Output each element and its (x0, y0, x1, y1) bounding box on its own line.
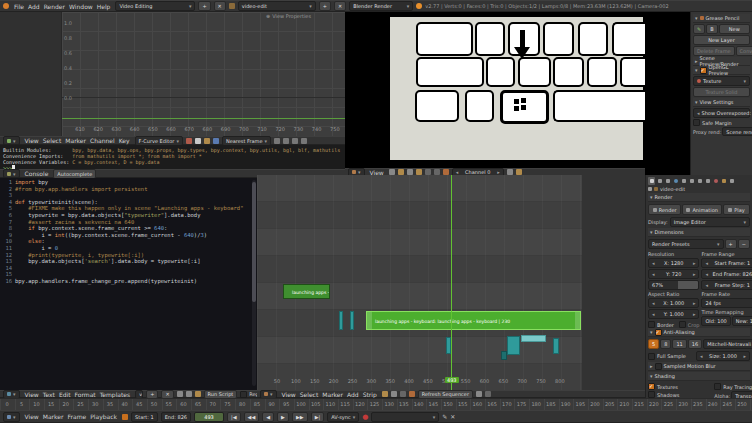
aspect-x-field[interactable]: ◂X: 1.000▸ (648, 298, 699, 308)
av-sync-dropdown[interactable]: AV-sync▾ (327, 412, 359, 422)
tab-constraints-icon[interactable] (688, 177, 695, 185)
resolution-x-field[interactable]: ◂X: 1280▸ (648, 258, 699, 268)
autocomplete-button[interactable]: Autocomplete (53, 169, 96, 179)
view-type-both-icon[interactable] (400, 391, 406, 397)
word-wrap-toggle-icon[interactable] (186, 391, 192, 397)
menu-frame[interactable]: Frame (66, 413, 89, 420)
vse-timeline[interactable]: launching apps - mouse: launching apps -… (257, 175, 645, 390)
vse-playhead[interactable] (451, 175, 452, 390)
code-line[interactable]: 9 i = int((bpy.context.scene.frame_curre… (0, 232, 257, 239)
menu-view[interactable]: View (23, 413, 41, 420)
tab-object-icon[interactable] (680, 177, 687, 185)
code-line[interactable]: 7 #assert zacina s sekvenci na 640 (0, 219, 257, 226)
sampled-motion-blur-panel-header[interactable]: ▸Sampled Motion Blur (648, 362, 750, 371)
menu-marker[interactable]: Marker (63, 137, 88, 144)
code-line[interactable]: 1import bpy (0, 179, 257, 186)
menu-select[interactable]: Select (41, 137, 64, 144)
ray-tracing-checkbox[interactable]: Ray Tracing (714, 383, 752, 390)
opengl-preview-checkbox[interactable] (700, 67, 707, 74)
aa-samples-11-button[interactable]: 11 (672, 339, 686, 349)
menu-view[interactable]: View (280, 391, 298, 398)
menu-help[interactable]: Help (95, 3, 113, 10)
menu-channel[interactable]: Channel (88, 137, 117, 144)
fps-dropdown[interactable]: 24 fps▾ (701, 298, 752, 308)
remap-old-field[interactable]: Old: 100 (701, 316, 730, 326)
paste-icon[interactable] (301, 138, 307, 144)
view-settings-panel-header[interactable]: ▾View Settings (693, 98, 750, 107)
keying-set-dropdown[interactable]: ▾ (371, 412, 439, 422)
editor-type-dropdown[interactable]: ▾ (3, 169, 20, 178)
menu-window[interactable]: Window (67, 3, 95, 10)
graph-mode-dropdown[interactable]: F-Curve Editor▾ (135, 136, 183, 146)
delete-scene-button[interactable]: ✕ (334, 1, 346, 11)
code-line[interactable]: 8 if bpy.context.scene.frame_current >= … (0, 225, 257, 232)
menu-strip[interactable]: Strip (361, 391, 379, 398)
editor-type-dropdown[interactable]: ▾ (3, 412, 20, 422)
menu-text[interactable]: Text (41, 391, 57, 398)
frame-step-field[interactable]: ◂Frame Step: 1▸ (701, 280, 752, 290)
shading-texture-dropdown[interactable]: Texture▾ (693, 76, 750, 86)
gp-new-layer-button[interactable]: New Layer (693, 35, 750, 45)
border-checkbox[interactable]: BorderCrop (648, 321, 699, 328)
add-scene-button[interactable]: + (319, 1, 331, 11)
code-line[interactable]: 16bpy.app.handlers.frame_change_pre.appe… (0, 278, 257, 285)
full-sample-checkbox[interactable]: Full Sample (648, 353, 694, 360)
text-scrollbar-thumb[interactable] (252, 182, 256, 302)
code-line[interactable]: 4def typewriteinit(scene): (0, 199, 257, 206)
strip-handle[interactable] (367, 312, 372, 329)
tab-world-icon[interactable] (672, 177, 679, 185)
animation-button[interactable]: Animation (682, 204, 722, 215)
vse-strip[interactable] (507, 336, 520, 355)
vse-strip[interactable] (339, 311, 343, 330)
magnet-icon[interactable] (274, 138, 280, 144)
filter-icon[interactable] (213, 138, 219, 144)
copy-icon[interactable] (485, 391, 491, 397)
jump-to-end-button[interactable]: ▶| (311, 412, 325, 422)
add-preset-button[interactable]: + (725, 239, 737, 249)
menu-view[interactable]: View (23, 391, 41, 398)
aa-samples-5-button[interactable]: 5 (648, 339, 659, 349)
textures-checkbox[interactable]: Textures (648, 383, 712, 390)
syntax-highlight-toggle-icon[interactable] (195, 391, 201, 397)
next-keyframe-button[interactable]: ▶▶ (292, 412, 308, 422)
vse-strip[interactable]: launching apps - mouse: launching apps -… (283, 284, 330, 299)
safe-margin-checkbox[interactable]: Safe Margin (693, 119, 750, 126)
show-overexposed-slider[interactable]: ◂Show Overexposed: 0▸ (693, 108, 750, 118)
menu-playback[interactable]: Playback (88, 413, 119, 420)
aa-filter-dropdown[interactable]: Mitchell-Netravali▾ (703, 339, 752, 349)
menu-key[interactable]: Key (117, 137, 132, 144)
record-icon[interactable]: ● (362, 413, 368, 421)
end-frame-field[interactable]: ◂End Frame: 826▸ (701, 269, 752, 279)
menu-add[interactable]: Add (345, 391, 361, 398)
code-line[interactable]: 15 (0, 271, 257, 278)
code-line[interactable]: 11 i = 0 (0, 245, 257, 252)
remove-preset-button[interactable]: − (738, 239, 750, 249)
texture-solid-button[interactable]: Texture Solid (693, 87, 750, 97)
play-button[interactable]: ▶ (277, 412, 289, 422)
render-engine-dropdown[interactable]: Blender Render▾ (349, 1, 413, 11)
menu-marker[interactable]: Marker (41, 413, 66, 420)
timeline-start-field[interactable]: Start: 1 (131, 412, 158, 422)
tab-render-layers-icon[interactable] (656, 177, 663, 185)
normalize-icon[interactable] (283, 138, 289, 144)
motion-blur-checkbox[interactable] (655, 363, 662, 370)
python-console[interactable]: Builtin Modules: bpy, bpy.data, bpy.ops,… (0, 145, 345, 169)
tab-object-data-icon[interactable] (704, 177, 711, 185)
dimensions-panel-header[interactable]: ▾Dimensions (648, 228, 750, 237)
code-line[interactable]: 12 #print(typewrite, i, typewrite[:i]) (0, 252, 257, 259)
timeline-ruler-area[interactable]: 0510152025303540455055606570758085909510… (0, 398, 752, 410)
tab-texture-icon[interactable] (720, 177, 727, 185)
remap-new-field[interactable]: New: 100 (732, 316, 752, 326)
render-panel-header[interactable]: ▾Render (648, 193, 750, 202)
menu-select[interactable]: Select (298, 391, 321, 398)
prev-keyframe-button[interactable]: ◀◀ (244, 412, 260, 422)
filter-only-selected-icon[interactable] (186, 138, 192, 144)
vse-frame-badge[interactable]: 493 (445, 377, 459, 383)
resolution-y-field[interactable]: ◂Y: 720▸ (648, 269, 699, 279)
menu-edit[interactable]: Edit (57, 391, 73, 398)
vse-strip[interactable] (350, 311, 354, 330)
aa-size-field[interactable]: ◂Size: 1.000▸ (696, 351, 750, 361)
code-line[interactable]: 10 else: (0, 238, 257, 245)
aspect-y-field[interactable]: ◂Y: 1.000▸ (648, 309, 699, 319)
tab-scene-icon[interactable] (664, 177, 671, 185)
